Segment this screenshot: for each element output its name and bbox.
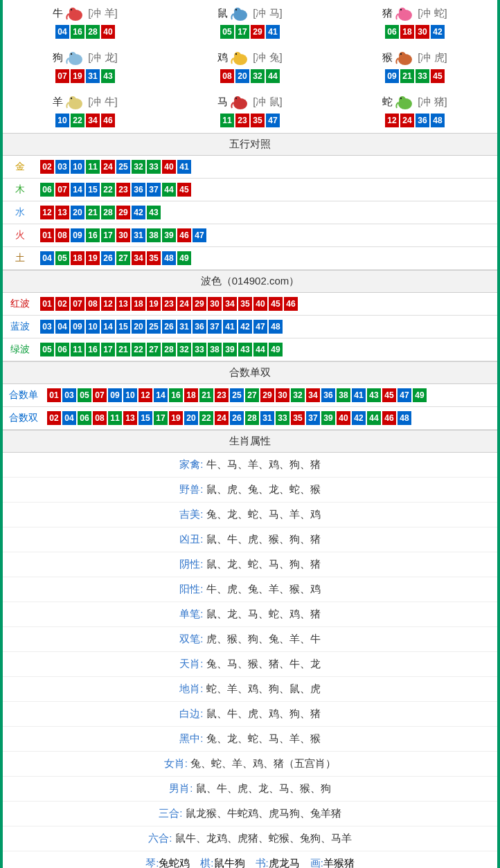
- zodiac-header: 猴 [冲 虎]: [332, 48, 497, 66]
- number-ball: 18: [400, 25, 414, 39]
- number-ball: 28: [245, 411, 259, 425]
- attr-row: 天肖: 兔、马、猴、猪、牛、龙: [3, 652, 497, 677]
- attr-value: 鼠、牛、虎、鸡、狗、猪: [206, 707, 321, 719]
- number-ball: 36: [193, 320, 206, 334]
- number-ball: 23: [215, 388, 229, 402]
- number-ball: 47: [398, 388, 411, 402]
- attr-value: 牛、虎、兔、羊、猴、鸡: [206, 583, 321, 595]
- number-ball: 10: [86, 320, 100, 334]
- zodiac-cell: 马 [冲 鼠]11233547: [168, 89, 332, 133]
- number-ball: 32: [251, 69, 265, 83]
- number-ball: 06: [40, 183, 54, 197]
- heshu-table: 合数单0103050709101214161821232527293032343…: [3, 384, 497, 430]
- number-ball: 41: [177, 160, 191, 174]
- number-ball: 29: [251, 25, 265, 39]
- number-ball: 22: [101, 183, 115, 197]
- svg-point-20: [71, 98, 72, 99]
- attr-row: 女肖: 兔、蛇、羊、鸡、猪（五宫肖）: [3, 752, 497, 777]
- zodiac-header: 蛇 [冲 猪]: [332, 93, 497, 111]
- number-ball: 32: [132, 160, 145, 174]
- number-ball: 16: [86, 343, 100, 356]
- number-ball: 41: [352, 388, 366, 402]
- row-label: 红波: [3, 293, 37, 316]
- number-ball: 39: [321, 411, 335, 425]
- table-row: 土04051819262734354849: [3, 247, 497, 270]
- zodiac-balls: 05172941: [168, 25, 332, 39]
- number-ball: 21: [86, 206, 100, 219]
- row-label: 土: [3, 247, 37, 270]
- zodiac-conflict: [冲 鼠]: [253, 96, 283, 109]
- wuxing-table: 金02031011242532334041木060714152223363744…: [3, 156, 497, 270]
- number-ball: 42: [352, 411, 366, 425]
- ox-icon: [64, 4, 87, 22]
- attr-value: 鼠、牛、虎、猴、狗、猪: [206, 533, 321, 545]
- attr-label: 天肖:: [179, 658, 206, 669]
- number-ball: 07: [55, 183, 69, 197]
- number-ball: 31: [86, 69, 100, 83]
- number-ball: 23: [162, 297, 176, 311]
- number-ball: 47: [193, 228, 206, 242]
- attr-label: 单笔:: [179, 608, 206, 620]
- number-ball: 41: [223, 320, 237, 334]
- svg-point-16: [399, 52, 406, 59]
- attr-row: 吉美: 兔、龙、蛇、马、羊、鸡: [3, 503, 497, 527]
- svg-point-11: [71, 53, 72, 55]
- pig-icon: [394, 4, 416, 22]
- number-ball: 05: [40, 343, 54, 356]
- number-ball: 20: [235, 69, 249, 83]
- number-ball: 24: [177, 297, 191, 311]
- zodiac-name: 蛇: [382, 96, 393, 109]
- attr-label: 双笔:: [179, 633, 206, 644]
- footer-value: 鼠牛狗: [214, 857, 245, 868]
- number-ball: 43: [101, 69, 115, 83]
- zodiac-cell: 鼠 [冲 马]05172941: [168, 0, 332, 44]
- number-ball: 48: [269, 320, 283, 334]
- attr-row: 家禽: 牛、马、羊、鸡、狗、猪: [3, 453, 497, 478]
- number-ball: 11: [86, 160, 100, 174]
- footer-value: 羊猴猪: [323, 857, 355, 868]
- svg-point-2: [71, 9, 72, 10]
- zodiac-cell: 猴 [冲 虎]09213345: [332, 44, 497, 89]
- number-ball: 14: [71, 183, 84, 197]
- rat-icon: [229, 4, 251, 22]
- attr-value: 虎、猴、狗、兔、羊、牛: [206, 633, 321, 644]
- number-ball: 43: [238, 343, 252, 356]
- number-ball: 08: [93, 411, 107, 425]
- zodiac-balls: 10223446: [3, 114, 168, 127]
- zodiac-header: 马 [冲 鼠]: [168, 93, 332, 111]
- number-ball: 33: [416, 69, 429, 83]
- number-ball: 45: [431, 69, 445, 83]
- zodiac-header: 鼠 [冲 马]: [168, 4, 332, 22]
- table-row: 红波0102070812131819232429303435404546: [3, 293, 497, 316]
- bose-table: 红波0102070812131819232429303435404546蓝波03…: [3, 293, 497, 361]
- footer-label: 画:: [310, 857, 323, 868]
- number-ball: 46: [382, 411, 396, 425]
- number-ball: 38: [147, 228, 161, 242]
- row-label: 木: [3, 179, 37, 201]
- number-ball: 31: [260, 411, 274, 425]
- attr-value: 兔、马、猴、猪、牛、龙: [206, 658, 321, 669]
- number-ball: 12: [139, 388, 152, 402]
- attr-label: 男肖:: [169, 782, 195, 794]
- number-ball: 32: [177, 343, 191, 356]
- attr-row: 地肖: 蛇、羊、鸡、狗、鼠、虎: [3, 677, 497, 702]
- number-ball: 40: [337, 411, 350, 425]
- section-header-attrs: 生肖属性: [3, 430, 497, 453]
- number-ball: 38: [337, 388, 350, 402]
- zodiac-conflict: [冲 猪]: [418, 96, 447, 109]
- number-ball: 31: [132, 228, 145, 242]
- footer-label: 棋:: [200, 857, 213, 868]
- attr-value: 兔、龙、蛇、马、羊、鸡: [206, 508, 321, 520]
- number-ball: 17: [235, 25, 249, 39]
- number-ball: 44: [253, 343, 267, 356]
- table-row: 火0108091617303138394647: [3, 224, 497, 247]
- footer-value: 虎龙马: [269, 857, 300, 868]
- number-ball: 49: [413, 388, 427, 402]
- number-ball: 08: [220, 69, 234, 83]
- number-ball: 19: [86, 251, 100, 265]
- zodiac-balls: 07193143: [3, 69, 168, 83]
- svg-point-13: [234, 52, 241, 59]
- horse-icon: [229, 93, 251, 111]
- number-ball: 02: [47, 411, 61, 425]
- number-ball: 34: [306, 388, 320, 402]
